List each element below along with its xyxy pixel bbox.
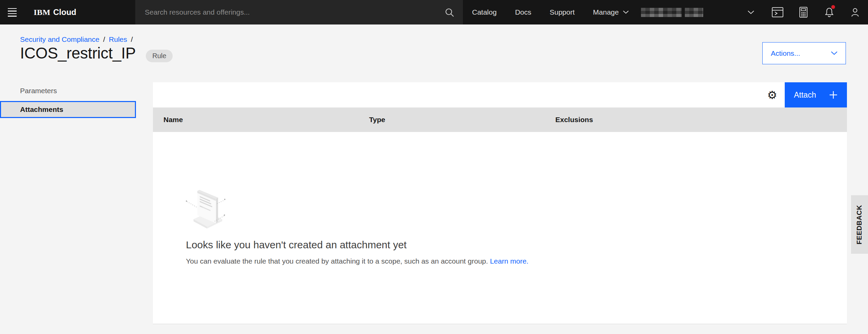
cost-estimator-button[interactable]	[791, 0, 816, 24]
hamburger-menu-icon[interactable]	[0, 0, 24, 24]
page-title-row: ICOS_restrict_IP Rule	[20, 44, 173, 63]
nav-link-docs[interactable]: Docs	[506, 0, 540, 24]
terminal-icon	[772, 7, 783, 17]
calculator-icon	[798, 7, 809, 18]
brand-product: Cloud	[53, 7, 76, 17]
account-switcher-chevron[interactable]	[745, 7, 757, 18]
breadcrumb: Security and Compliance / Rules /	[20, 35, 133, 44]
actions-dropdown[interactable]: Actions...	[762, 42, 846, 64]
page-title: ICOS_restrict_IP	[20, 44, 136, 63]
account-redaction-block	[641, 8, 682, 17]
breadcrumb-separator: /	[131, 35, 133, 44]
column-header-exclusions: Exclusions	[545, 116, 847, 124]
feedback-label: FEEDBACK	[856, 205, 864, 244]
unread-notification-dot	[831, 5, 835, 9]
notifications-button[interactable]	[816, 0, 842, 24]
attach-label: Attach	[794, 90, 816, 100]
rule-tag-badge: Rule	[146, 50, 173, 62]
add-icon	[829, 90, 838, 99]
nav-link-support[interactable]: Support	[540, 0, 584, 24]
chevron-down-icon	[748, 11, 754, 14]
attachments-panel: ⚙ Attach Name Type Exclusions	[153, 82, 847, 324]
attachments-table-header: Name Type Exclusions	[153, 107, 847, 132]
chevron-down-icon	[623, 11, 629, 14]
attachments-empty-state: Looks like you haven't created an attach…	[153, 132, 847, 324]
actions-label: Actions...	[771, 49, 800, 57]
attachments-toolbar: ⚙ Attach	[153, 82, 847, 107]
web-cli-terminal-button[interactable]	[765, 0, 791, 24]
brand-company: IBM	[34, 8, 51, 17]
column-header-name: Name	[153, 116, 359, 124]
nav-link-catalog[interactable]: Catalog	[463, 0, 506, 24]
breadcrumb-security-and-compliance[interactable]: Security and Compliance	[20, 35, 99, 44]
table-settings-button[interactable]: ⚙	[764, 82, 781, 107]
global-header: IBM Cloud Search resources and offerings…	[0, 0, 868, 24]
user-avatar-icon	[850, 7, 861, 18]
sidenav-item-attachments[interactable]: Attachments	[0, 101, 136, 118]
search-icon	[445, 7, 454, 17]
header-nav: Catalog Docs Support Manage	[463, 0, 638, 24]
search-placeholder: Search resources and offerings...	[145, 8, 445, 16]
empty-attachments-illustration	[185, 185, 227, 229]
empty-state-text: You can evaluate the rule that you creat…	[186, 257, 488, 265]
sidenav-item-parameters[interactable]: Parameters	[0, 82, 136, 99]
feedback-tab[interactable]: FEEDBACK	[851, 195, 868, 254]
empty-state-heading: Looks like you haven't created an attach…	[186, 239, 406, 251]
manage-menu[interactable]: Manage	[584, 0, 638, 24]
gear-icon: ⚙	[767, 89, 777, 101]
breadcrumb-separator: /	[103, 35, 105, 44]
profile-button[interactable]	[842, 0, 868, 24]
global-search-input[interactable]: Search resources and offerings...	[135, 0, 463, 24]
manage-label: Manage	[593, 8, 619, 16]
column-header-type: Type	[359, 116, 545, 124]
ibm-cloud-logo[interactable]: IBM Cloud	[34, 0, 76, 24]
breadcrumb-rules[interactable]: Rules	[109, 35, 127, 44]
account-redaction-block	[685, 8, 703, 17]
attach-button[interactable]: Attach	[785, 82, 847, 107]
chevron-down-icon	[831, 51, 837, 55]
page-content: Security and Compliance / Rules / ICOS_r…	[0, 24, 868, 334]
rule-side-nav: Parameters Attachments	[0, 82, 136, 120]
learn-more-link[interactable]: Learn more.	[490, 257, 528, 265]
account-name-redacted[interactable]	[641, 8, 703, 17]
empty-state-body: You can evaluate the rule that you creat…	[186, 256, 542, 266]
header-action-icons	[765, 0, 868, 24]
